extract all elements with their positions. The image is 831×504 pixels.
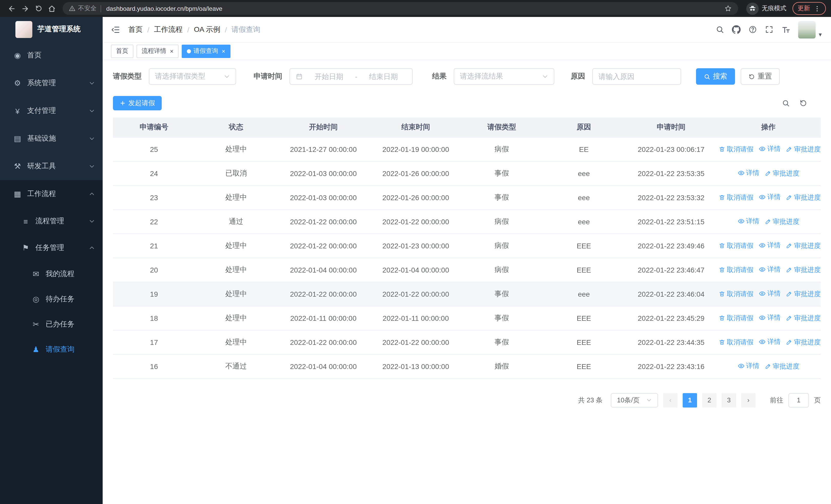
page-button-2[interactable]: 2	[702, 393, 717, 407]
cancel-leave-link[interactable]: 取消请假	[719, 241, 753, 250]
cell-actions: 取消请假详情审批进度	[716, 282, 821, 306]
bookmark-star-icon[interactable]	[724, 5, 732, 12]
help-icon[interactable]	[748, 25, 757, 34]
fullscreen-icon[interactable]	[765, 25, 774, 34]
sidebar-item-6[interactable]: ≡流程管理	[0, 208, 103, 235]
cell-status: 处理中	[195, 137, 277, 161]
detail-link[interactable]: 详情	[758, 241, 781, 250]
cell-status: 处理中	[195, 306, 277, 330]
toggle-search-icon[interactable]	[782, 99, 790, 107]
sidebar-item-9[interactable]: ◎待办任务	[0, 287, 103, 312]
cell-reason: eee	[542, 282, 626, 306]
tab-0[interactable]: 首页	[111, 45, 134, 58]
sidebar-item-4[interactable]: ⚒研发工具	[0, 152, 103, 180]
reset-button[interactable]: 重置	[741, 68, 780, 85]
address-divider	[101, 5, 101, 12]
font-size-icon[interactable]	[781, 25, 791, 34]
sidebar-item-1[interactable]: ⚙系统管理	[0, 69, 103, 97]
sidebar-item-11[interactable]: ♟请假查询	[0, 337, 103, 362]
search-icon[interactable]	[716, 25, 724, 34]
create-leave-button[interactable]: 发起请假	[113, 96, 162, 110]
cell-applied: 2022-01-22 23:46:04	[626, 282, 716, 306]
result-select[interactable]: 请选择流结果	[454, 68, 554, 85]
sidebar-item-0[interactable]: ◉首页	[0, 41, 103, 69]
progress-link[interactable]: 审批进度	[765, 169, 799, 178]
detail-link[interactable]: 详情	[737, 361, 760, 370]
page-content: 请假类型 请选择请假类型 申请时间 -	[103, 60, 831, 504]
breadcrumb-item-workflow[interactable]: 工作流程	[154, 25, 183, 34]
detail-link[interactable]: 详情	[758, 337, 781, 347]
page-size-select[interactable]: 10条/页	[611, 393, 658, 407]
goto-page-input[interactable]	[789, 393, 809, 407]
sidebar-item-3[interactable]: ▤基础设施	[0, 125, 103, 152]
address-bar[interactable]: 不安全 dashboard.yudao.iocoder.cn/bpm/oa/le…	[63, 2, 738, 15]
sidebar-item-5[interactable]: ▦工作流程	[0, 180, 103, 208]
page-button-3[interactable]: 3	[722, 393, 736, 407]
app-logo[interactable]: 芋道管理系统	[0, 17, 103, 41]
detail-link[interactable]: 详情	[737, 216, 760, 226]
page-button-1[interactable]: 1	[683, 393, 697, 407]
detail-link[interactable]: 详情	[758, 192, 781, 202]
breadcrumb-item-oa[interactable]: OA 示例	[194, 25, 221, 34]
detail-link[interactable]: 详情	[758, 265, 781, 274]
progress-link[interactable]: 审批进度	[786, 289, 821, 298]
sidebar-item-7[interactable]: ⚑任务管理	[0, 235, 103, 261]
browser-home-icon[interactable]	[45, 2, 58, 15]
detail-link[interactable]: 详情	[758, 144, 781, 153]
progress-link[interactable]: 审批进度	[765, 217, 799, 226]
progress-link[interactable]: 审批进度	[786, 337, 821, 347]
cell-actions: 取消请假详情审批进度	[716, 137, 821, 161]
user-menu[interactable]: ▼	[798, 21, 823, 38]
reason-input[interactable]	[592, 68, 681, 85]
apply-time-range[interactable]: -	[289, 68, 413, 85]
progress-link[interactable]: 审批进度	[765, 362, 799, 371]
progress-link[interactable]: 审批进度	[786, 145, 821, 154]
cancel-leave-link[interactable]: 取消请假	[719, 289, 753, 298]
browser-forward-icon[interactable]	[19, 2, 32, 15]
breadcrumb-item-home[interactable]: 首页	[128, 25, 143, 34]
detail-link[interactable]: 详情	[758, 289, 781, 298]
menu-dots-icon[interactable]	[813, 5, 821, 12]
close-tab-icon[interactable]: ×	[170, 48, 173, 54]
cell-applied: 2022-01-22 23:49:46	[626, 234, 716, 258]
user-avatar	[798, 21, 815, 38]
cell-end: 2022-01-26 00:00:00	[370, 185, 462, 209]
breadcrumb-separator: /	[225, 25, 227, 34]
progress-link[interactable]: 审批进度	[786, 241, 821, 250]
progress-link[interactable]: 审批进度	[786, 265, 821, 274]
sidebar-item-8[interactable]: ✉我的流程	[0, 261, 103, 287]
cancel-leave-link[interactable]: 取消请假	[719, 337, 753, 347]
collapse-menu-icon[interactable]	[111, 25, 120, 34]
start-date-input[interactable]	[306, 72, 352, 81]
leave-type-select[interactable]: 请选择请假类型	[149, 68, 236, 85]
security-warning-icon[interactable]	[69, 5, 76, 12]
browser-back-icon[interactable]	[5, 2, 19, 15]
search-button[interactable]: 搜索	[696, 68, 735, 85]
next-page-button[interactable]: ›	[741, 393, 755, 407]
cancel-leave-link[interactable]: 取消请假	[719, 145, 753, 154]
cell-start: 2022-01-11 00:00:00	[277, 306, 370, 330]
browser-reload-icon[interactable]	[32, 2, 45, 15]
end-date-input[interactable]	[361, 72, 406, 81]
cancel-leave-link[interactable]: 取消请假	[719, 265, 753, 274]
column-header-6: 申请时间	[626, 118, 716, 137]
close-tab-icon[interactable]: ×	[222, 48, 225, 54]
github-icon[interactable]	[732, 25, 741, 34]
detail-link[interactable]: 详情	[737, 168, 760, 178]
tab-1[interactable]: 流程详情×	[137, 45, 179, 58]
refresh-table-icon[interactable]	[799, 99, 807, 107]
progress-link[interactable]: 审批进度	[786, 313, 821, 323]
browser-update-chip[interactable]: 更新	[793, 2, 826, 15]
tab-2[interactable]: 请假查询×	[182, 45, 230, 58]
progress-link[interactable]: 审批进度	[786, 193, 821, 202]
sidebar-item-2[interactable]: ¥支付管理	[0, 97, 103, 125]
cell-reason: eee	[542, 185, 626, 209]
cell-start: 2022-01-04 00:00:00	[277, 258, 370, 282]
cell-applied: 2022-01-22 23:46:47	[626, 258, 716, 282]
cancel-leave-link[interactable]: 取消请假	[719, 193, 753, 202]
prev-page-button[interactable]: ‹	[663, 393, 678, 407]
cancel-leave-link[interactable]: 取消请假	[719, 313, 753, 323]
main-area: 首页 / 工作流程 / OA 示例 / 请假查询	[103, 17, 831, 504]
sidebar-item-10[interactable]: ✂已办任务	[0, 312, 103, 337]
detail-link[interactable]: 详情	[758, 313, 781, 322]
